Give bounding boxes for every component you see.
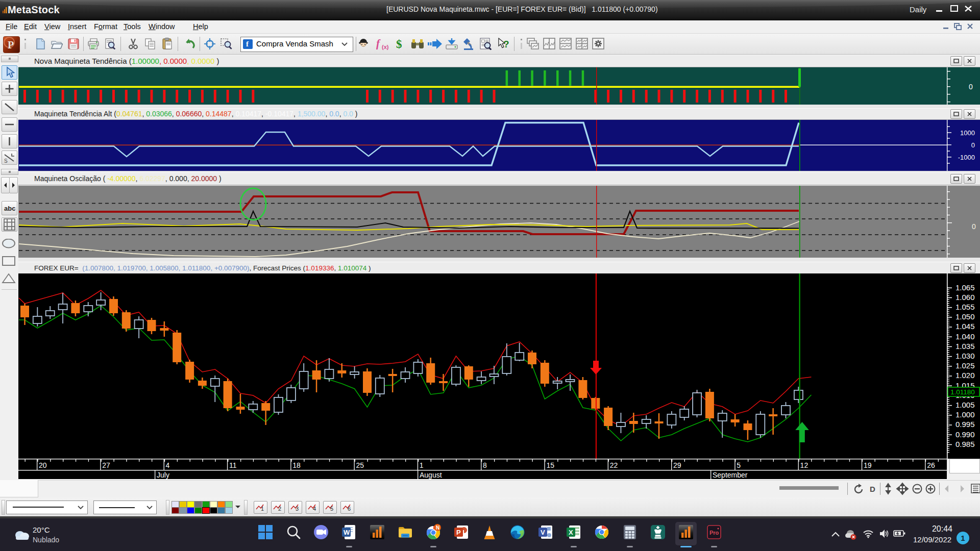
svg-text:1.065: 1.065 [955, 283, 975, 292]
svg-text:29: 29 [673, 461, 681, 469]
svg-text:Pro: Pro [709, 530, 719, 536]
svg-text:1.000: 1.000 [955, 410, 975, 419]
svg-text:V: V [541, 529, 545, 536]
svg-text:1.020: 1.020 [955, 371, 975, 380]
svg-text:11: 11 [229, 461, 237, 469]
svg-text:1.055: 1.055 [955, 303, 975, 311]
svg-text:?: ? [503, 39, 509, 49]
svg-text:September: September [713, 471, 748, 479]
svg-text:1.01180: 1.01180 [950, 388, 975, 396]
svg-text:abc: abc [4, 205, 15, 212]
svg-text:20: 20 [39, 461, 47, 469]
svg-text:15: 15 [546, 461, 554, 469]
svg-text:0: 0 [972, 222, 976, 231]
svg-text:1.025: 1.025 [955, 361, 975, 370]
svg-text:25: 25 [356, 461, 364, 469]
svg-text:5: 5 [737, 461, 741, 469]
svg-text:0: 0 [971, 141, 975, 149]
svg-text:22: 22 [610, 461, 618, 469]
svg-text:August: August [420, 471, 442, 479]
svg-text:1.040: 1.040 [955, 332, 975, 341]
svg-text:(x): (x) [382, 44, 389, 50]
svg-text:0.990: 0.990 [955, 430, 975, 439]
svg-text:1.035: 1.035 [955, 342, 975, 350]
svg-text:12: 12 [800, 461, 808, 469]
svg-text:1000: 1000 [960, 129, 975, 137]
svg-text:4: 4 [166, 461, 170, 469]
svg-text:3: 3 [296, 506, 299, 512]
svg-text:2: 2 [278, 506, 281, 512]
svg-text:6: 6 [348, 506, 351, 512]
svg-text:0.985: 0.985 [955, 440, 975, 448]
svg-text:5: 5 [330, 506, 333, 512]
svg-text:W: W [344, 529, 350, 536]
svg-text:1: 1 [420, 461, 424, 469]
svg-text:1.005: 1.005 [955, 400, 975, 409]
svg-text:26: 26 [927, 461, 935, 469]
svg-text:1.050: 1.050 [955, 312, 975, 321]
svg-text:-1000: -1000 [958, 154, 975, 161]
svg-text:1: 1 [261, 506, 264, 512]
svg-text:0.995: 0.995 [955, 420, 975, 429]
svg-text:X: X [569, 529, 573, 536]
svg-text:July: July [157, 471, 169, 479]
svg-text:1.030: 1.030 [955, 352, 975, 360]
svg-text:0: 0 [969, 83, 973, 91]
svg-text:1.045: 1.045 [955, 322, 975, 331]
svg-text:D: D [870, 485, 875, 493]
svg-text:$: $ [396, 38, 402, 51]
svg-text:P: P [456, 529, 461, 536]
svg-text:27: 27 [102, 461, 110, 469]
svg-text:f: f [376, 37, 381, 49]
svg-text:N: N [436, 525, 439, 531]
svg-text:19: 19 [864, 461, 872, 469]
svg-text:1.060: 1.060 [955, 293, 975, 302]
svg-text:8: 8 [483, 461, 487, 469]
svg-text:4: 4 [313, 506, 316, 512]
svg-text:18: 18 [292, 461, 301, 469]
svg-text:P: P [8, 39, 14, 51]
svg-text:S: S [4, 158, 8, 164]
